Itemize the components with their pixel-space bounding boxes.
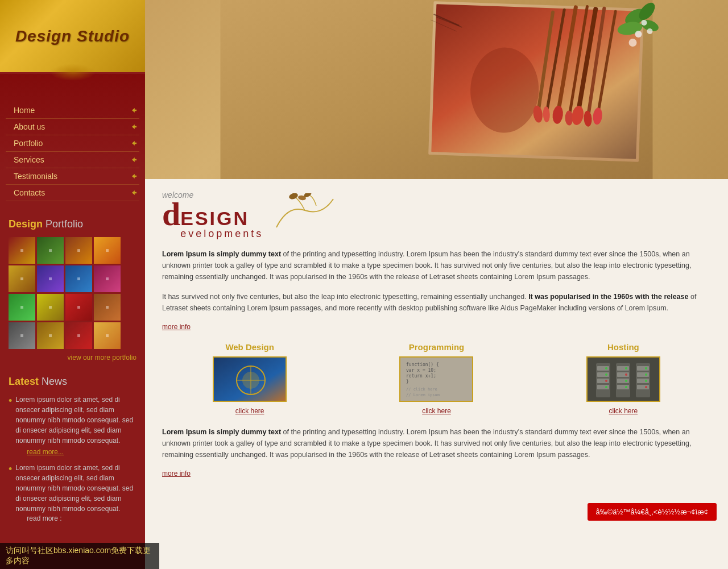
service-programming: Programming function() { var x = 10; ret…: [349, 342, 524, 415]
service-hosting-image: [586, 356, 660, 402]
content-para3: Lorem Ipsum is simply dummy text of the …: [162, 426, 711, 460]
service-programming-title: Programming: [349, 342, 524, 352]
hosting-svg: [588, 358, 660, 402]
content-area: welcome d ESIGN evelopments: [145, 179, 728, 500]
svg-point-70: [645, 380, 647, 382]
main-nav: Home About us Portfolio Services Testimo…: [0, 102, 145, 201]
service-hosting-title: Hosting: [536, 342, 711, 352]
service-hosting: Hosting: [536, 342, 711, 415]
service-webdesign: Web Design: [162, 342, 337, 415]
service-hosting-link[interactable]: click here: [609, 407, 638, 415]
portfolio-grid: [9, 237, 136, 349]
svg-point-25: [642, 20, 647, 26]
nav-item-contacts[interactable]: Contacts: [6, 185, 139, 201]
nav-item-home[interactable]: Home: [6, 102, 139, 119]
design-text-block: ESIGN evelopments: [180, 209, 263, 240]
more-info-link-1[interactable]: more info: [162, 323, 191, 331]
svg-point-24: [629, 39, 637, 47]
content-para2: It has survived not only five centuries,…: [162, 291, 711, 314]
news-item-1: • Lorem ipsum dolor sit amet, sed di ons…: [9, 394, 136, 456]
portfolio-section: Design Portfolio view our m: [0, 218, 145, 362]
svg-point-22: [635, 31, 642, 38]
svg-point-59: [625, 367, 627, 369]
svg-point-50: [605, 367, 607, 369]
news-bullet-1: •: [9, 396, 12, 456]
service-webdesign-link[interactable]: click here: [235, 407, 264, 415]
svg-point-53: [605, 386, 607, 388]
programming-svg: function() { var x = 10; return x+1; } /…: [400, 358, 473, 402]
site-title: Design Studio: [15, 27, 130, 45]
svg-text:// click here: // click here: [406, 387, 437, 392]
thumb-5[interactable]: [9, 265, 35, 292]
svg-text:return x+1;: return x+1;: [406, 373, 436, 379]
content-para1: Lorem Ipsum is simply dummy text of the …: [162, 248, 711, 283]
nav-item-about[interactable]: About us: [6, 119, 139, 135]
vine-decoration: [271, 193, 339, 239]
thumb-13[interactable]: [9, 322, 35, 349]
svg-text:function() {: function() {: [406, 362, 439, 367]
more-info-link-2[interactable]: more info: [162, 470, 191, 477]
svg-point-69: [645, 373, 647, 376]
thumb-15[interactable]: [65, 322, 92, 349]
evelopments-text: evelopments: [180, 228, 263, 240]
service-programming-image: function() { var x = 10; return x+1; } /…: [399, 356, 473, 402]
news-bullet-2: •: [9, 464, 12, 522]
d-letter: d: [162, 200, 180, 229]
read-more-label-2: read more :: [27, 514, 61, 522]
view-portfolio-link[interactable]: view our more portfolio: [9, 354, 136, 362]
nav-item-portfolio[interactable]: Portfolio: [6, 135, 139, 152]
thumb-16[interactable]: [94, 322, 121, 349]
news-text-1: Lorem ipsum dolor sit amet, sed di onsec…: [15, 396, 133, 445]
watermark-text: 访问叫号社区bbs.xieniao.com免费下载更多内容: [6, 546, 151, 565]
svg-point-68: [645, 367, 647, 369]
design-title: d ESIGN evelopments: [162, 200, 263, 240]
thumb-14[interactable]: [37, 322, 64, 349]
thumb-4[interactable]: [94, 237, 121, 264]
svg-text:var x = 10;: var x = 10;: [406, 368, 436, 373]
thumb-7[interactable]: [65, 265, 92, 292]
hero-area: [145, 0, 728, 179]
portfolio-title: Design Portfolio: [9, 218, 136, 230]
news-item-2: • Lorem ipsum dolor sit amet, sed di ons…: [9, 463, 136, 522]
thumb-11[interactable]: [65, 294, 92, 321]
read-more-link-1[interactable]: read more...: [27, 448, 136, 456]
thumb-12[interactable]: [94, 294, 121, 321]
svg-point-52: [605, 380, 607, 382]
nav-item-services[interactable]: Services: [6, 152, 139, 168]
logo-area: Design Studio: [0, 0, 145, 74]
news-section: Latest News • Lorem ipsum dolor sit amet…: [0, 376, 145, 522]
svg-point-71: [645, 386, 647, 388]
svg-point-60: [625, 373, 627, 376]
thumb-6[interactable]: [37, 265, 64, 292]
svg-point-23: [647, 28, 653, 34]
welcome-header: welcome d ESIGN evelopments: [162, 190, 711, 240]
thumb-2[interactable]: [37, 237, 64, 264]
news-title: Latest News: [9, 376, 136, 388]
svg-point-62: [625, 386, 627, 388]
svg-point-61: [625, 380, 627, 382]
svg-point-51: [605, 373, 607, 376]
services-row: Web Design: [162, 342, 711, 415]
thumb-1[interactable]: [9, 237, 35, 264]
thumb-9[interactable]: [9, 294, 35, 321]
thumb-3[interactable]: [65, 237, 92, 264]
main-content: welcome d ESIGN evelopments: [145, 0, 728, 569]
thumb-8[interactable]: [94, 265, 121, 292]
service-webdesign-title: Web Design: [162, 342, 337, 352]
thumb-10[interactable]: [37, 294, 64, 321]
bottom-popup[interactable]: å‰©ä½™å¼€å­¸,<è½½½æ¬¢ìæ¢: [588, 503, 717, 521]
welcome-text-block: welcome d ESIGN evelopments: [162, 190, 263, 240]
svg-text:}: }: [406, 379, 409, 384]
popup-text: å‰©ä½™å¼€å­¸,<è½½½æ¬¢ìæ¢: [596, 508, 708, 516]
service-programming-link[interactable]: click here: [422, 407, 451, 415]
sidebar: Design Studio Home About us Portfolio Se…: [0, 0, 145, 569]
hero-svg: [145, 0, 728, 179]
svg-text:// Lorem ipsum: // Lorem ipsum: [406, 393, 440, 397]
nav-item-testimonials[interactable]: Testimonials: [6, 168, 139, 185]
watermark: 访问叫号社区bbs.xieniao.com免费下载更多内容: [0, 543, 159, 569]
webdesign-svg: [214, 358, 287, 402]
esign-text: ESIGN: [180, 209, 263, 228]
service-webdesign-image: [213, 356, 287, 402]
news-text-2: Lorem ipsum dolor sit amet, sed di onsec…: [15, 464, 133, 513]
